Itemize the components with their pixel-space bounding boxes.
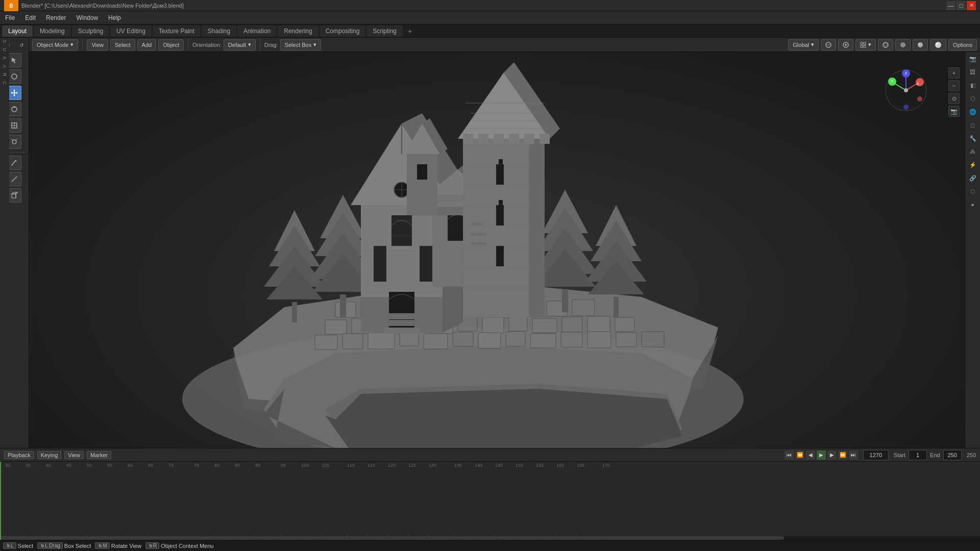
ruler-mark-80: 80 [214,463,219,468]
view-menu-button[interactable]: View [87,39,108,51]
snap-button[interactable] [821,39,836,51]
current-frame-display[interactable]: 1270 [863,450,889,460]
jump-start-button[interactable]: ⏮ [785,450,794,460]
scene-icon[interactable]: ⬡ [967,93,978,104]
menu-window[interactable]: Window [71,11,103,24]
particles-prop-icon[interactable]: ⁂ [967,146,978,157]
play-button[interactable]: ▶ [817,450,826,460]
marker-menu[interactable]: Marker [87,451,111,459]
tab-uv-editing[interactable]: UV Editing [110,26,152,37]
blender-logo: B [4,0,18,12]
svg-line-37 [12,160,16,165]
next-frame-button[interactable]: ▶ [827,450,837,460]
dropdown-arrow-icon: ▾ [313,41,316,48]
svg-rect-76 [615,317,634,332]
zoom-out-button[interactable]: − [948,80,960,91]
keying-menu[interactable]: Keying [37,451,62,459]
tab-scripting[interactable]: Scripting [366,26,403,37]
sidebar-c-item[interactable]: C [2,81,7,85]
tab-animation[interactable]: Animation [237,26,277,37]
zoom-in-button[interactable]: + [948,67,960,79]
sidebar-a-item[interactable]: A [2,65,7,68]
select-menu-button[interactable]: Select [110,39,135,51]
global-dropdown[interactable]: Global ▾ [788,39,819,51]
annotate-tool-icon[interactable] [7,156,21,170]
next-keyframe-button[interactable]: ⏩ [838,450,847,460]
maximize-button[interactable]: □ [957,1,966,10]
svg-point-14 [918,43,920,45]
rotate-tool-icon[interactable] [7,102,21,116]
svg-rect-169 [417,164,427,180]
ruler-mark-35: 35 [26,463,31,468]
proportional-edit-button[interactable] [838,39,853,51]
sidebar-u-item[interactable]: U [2,48,7,52]
camera-view-button[interactable]: 📷 [948,106,960,117]
close-button[interactable]: ✕ [967,1,976,10]
modifier-prop-icon[interactable]: 🔧 [967,133,978,144]
object-menu-button[interactable]: Object [158,39,184,51]
prev-keyframe-button[interactable]: ⏪ [795,450,804,460]
tab-layout[interactable]: Layout [2,26,33,37]
svg-text:Z: Z [905,71,908,76]
viewport-shading-solid[interactable] [895,39,911,51]
options-button[interactable]: Options [948,39,977,51]
transform-tool-icon[interactable] [7,135,21,149]
playback-menu[interactable]: Playback [4,451,34,459]
object-prop-icon[interactable]: ◻ [967,119,978,131]
drag-dropdown[interactable]: Select Box ▾ [280,39,322,51]
status-rotate: 🖱M Rotate View [95,542,141,549]
menu-edit[interactable]: Edit [20,11,41,24]
view-menu-timeline[interactable]: View [64,451,84,459]
timeline-ruler[interactable]: 30 35 40 45 50 55 60 65 70 75 80 85 90 9… [0,462,980,540]
xray-button[interactable] [878,39,893,51]
tab-compositing[interactable]: Compositing [320,26,366,37]
navigation-gizmo[interactable]: X Y Z [883,67,929,113]
view-layer-icon[interactable]: ◧ [967,80,978,91]
overlay-button[interactable]: ▾ [855,39,876,51]
sidebar-r-item[interactable]: R [2,73,7,77]
tab-sculpting[interactable]: Sculpting [72,26,109,37]
add-workspace-button[interactable]: + [404,26,416,37]
object-mode-dropdown[interactable]: Object Mode ▾ [32,39,78,51]
physics-prop-icon[interactable]: ⚡ [967,159,978,170]
constraints-prop-icon[interactable]: 🔗 [967,172,978,184]
add-cube-tool-icon[interactable] [7,188,21,203]
data-prop-icon[interactable]: ⬡ [967,186,978,197]
ruler-mark-60: 60 [128,463,133,468]
tab-rendering[interactable]: Rendering [278,26,318,37]
view-all-button[interactable]: ⊙ [948,93,960,104]
ruler-mark-30: 30 [5,463,10,468]
end-frame-input[interactable]: 250 [943,450,962,460]
tab-shading[interactable]: Shading [202,26,236,37]
minimize-button[interactable]: — [946,1,955,10]
viewport-controls: + − ⊙ 📷 [948,67,960,117]
measure-tool-icon[interactable] [7,172,21,186]
jump-end-button[interactable]: ⏭ [849,450,858,460]
sidebar-k-item[interactable]: K [2,57,7,60]
move-tool-icon[interactable] [7,86,21,100]
add-menu-button[interactable]: Add [137,39,157,51]
viewport-shading-material[interactable] [913,39,928,51]
output-prop-icon[interactable]: 🖼 [967,66,978,78]
menu-help[interactable]: Help [103,11,126,24]
tab-texture-paint[interactable]: Texture Paint [153,26,201,37]
material-prop-icon[interactable]: ● [967,199,978,210]
world-prop-icon[interactable]: 🌐 [967,106,978,117]
overlay-icon [860,42,866,48]
orientation-dropdown[interactable]: Default ▾ [224,39,256,51]
menu-render[interactable]: Render [41,11,71,24]
select-tool-icon[interactable] [7,53,21,67]
sidebar-modes: S U K A R C [0,38,9,459]
titlebar-controls[interactable]: — □ ✕ [946,1,976,10]
prev-frame-button[interactable]: ◀ [806,450,815,460]
start-frame-input[interactable]: 1 [909,450,927,460]
render-prop-icon[interactable]: 📷 [967,53,978,64]
tab-modeling[interactable]: Modeling [34,26,71,37]
menu-file[interactable]: File [0,11,20,24]
sidebar-scene-item[interactable]: S [2,40,7,43]
viewport-shading-rendered[interactable] [930,39,946,51]
cursor-tool-icon[interactable] [7,69,21,84]
tool-rotate-icon[interactable]: ↺ [15,37,28,53]
scale-tool-icon[interactable] [7,118,21,133]
svg-rect-9 [864,45,866,47]
